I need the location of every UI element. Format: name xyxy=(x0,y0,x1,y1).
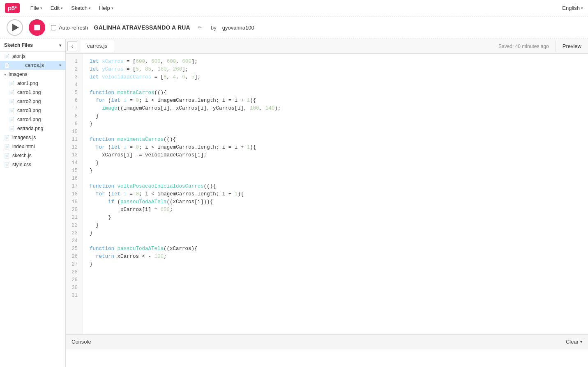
file-name: style.css xyxy=(12,162,31,167)
help-arrow-icon: ▾ xyxy=(111,6,113,10)
code-content[interactable]: let xCarros = [600, 600, 600, 600]; let … xyxy=(83,54,588,334)
folder-toggle-icon: ▾ xyxy=(4,72,6,77)
active-file-arrow-icon: ▾ xyxy=(59,63,61,67)
stop-icon xyxy=(34,25,40,30)
file-name: carro2.png xyxy=(17,99,41,104)
tab-carrosjs[interactable]: carros.js xyxy=(81,40,114,52)
console-chevron-icon: ▾ xyxy=(580,339,582,344)
play-icon xyxy=(12,24,19,31)
sidebar-item-carro4png[interactable]: 📄 carro4.png xyxy=(0,115,65,124)
nav-sketch[interactable]: Sketch ▾ xyxy=(67,3,95,13)
console-area: Console Clear ▾ xyxy=(66,334,588,367)
sidebar-header: Sketch Files ▾ xyxy=(0,39,65,52)
top-nav: p5* File ▾ Edit ▾ Sketch ▾ Help ▾ Englis… xyxy=(0,0,588,16)
sidebar-item-carro2png[interactable]: 📄 carro2.png xyxy=(0,97,65,106)
save-status: Saved: 40 minutes ago xyxy=(498,44,556,49)
main: Sketch Files ▾ 📄 ator.js 📄 carros.js ▾ ▾… xyxy=(0,39,588,367)
file-name: carro3.png xyxy=(17,108,41,113)
nav-file[interactable]: File ▾ xyxy=(26,3,46,13)
sidebar-folder-imagens[interactable]: ▾ imagens xyxy=(0,70,65,79)
active-file-name: carros.js xyxy=(25,62,44,68)
file-arrow-icon: ▾ xyxy=(40,6,42,10)
file-icon: 📄 xyxy=(4,54,10,59)
lang-arrow-icon: ▾ xyxy=(581,6,583,10)
sidebar-arrow-icon[interactable]: ▾ xyxy=(59,43,61,48)
sidebar-item-carro1png[interactable]: 📄 carro1.png xyxy=(0,88,65,97)
sidebar-item-carro3png[interactable]: 📄 carro3.png xyxy=(0,106,65,115)
sidebar-item-indexhtml[interactable]: 📄 index.html xyxy=(0,142,65,151)
sidebar-item-sketchjs[interactable]: 📄 sketch.js xyxy=(0,151,65,160)
sketch-title: GALINHA ATRAVESSANDO A RUA xyxy=(94,24,190,31)
editor-tabs: ‹ carros.js Saved: 40 minutes ago Previe… xyxy=(66,39,588,54)
folder-name: imagens xyxy=(9,71,27,77)
sketch-arrow-icon: ▾ xyxy=(89,6,91,10)
console-clear-button[interactable]: Clear ▾ xyxy=(566,339,582,345)
line-numbers: 1234567891011121314151617181920212223242… xyxy=(66,54,83,334)
file-icon: 📄 xyxy=(9,126,15,131)
toolbar: Auto-refresh GALINHA ATRAVESSANDO A RUA … xyxy=(0,16,588,39)
by-label: by xyxy=(211,25,217,31)
stop-button[interactable] xyxy=(29,19,45,36)
file-name: sketch.js xyxy=(12,153,32,158)
edit-title-icon[interactable]: ✏ xyxy=(198,25,202,30)
console-body xyxy=(66,349,588,366)
sidebar-item-ator1png[interactable]: 📄 ator1.png xyxy=(0,79,65,88)
edit-arrow-icon: ▾ xyxy=(61,6,63,10)
username: gyovanna100 xyxy=(222,25,254,31)
file-name: estrada.png xyxy=(17,126,43,131)
sidebar-item-atorjs[interactable]: 📄 ator.js xyxy=(0,52,65,61)
auto-refresh-checkbox[interactable] xyxy=(51,25,56,30)
file-icon: 📄 xyxy=(4,135,10,140)
file-icon: 📄 xyxy=(9,117,15,122)
file-name: carro4.png xyxy=(17,117,41,122)
file-name: imagens.js xyxy=(12,135,36,140)
p5-logo: p5* xyxy=(5,3,20,13)
file-icon: 📄 xyxy=(9,81,15,86)
language-selector[interactable]: English ▾ xyxy=(562,5,583,11)
auto-refresh-label: Auto-refresh xyxy=(51,25,88,31)
file-icon: 📄 xyxy=(4,63,10,68)
editor-area: ‹ carros.js Saved: 40 minutes ago Previe… xyxy=(66,39,588,367)
file-icon: 📄 xyxy=(9,108,15,113)
file-icon: 📄 xyxy=(4,162,10,167)
code-editor[interactable]: 1234567891011121314151617181920212223242… xyxy=(66,54,588,334)
console-header: Console Clear ▾ xyxy=(66,335,588,349)
file-icon: 📄 xyxy=(9,99,15,104)
nav-help[interactable]: Help ▾ xyxy=(95,3,118,13)
run-button[interactable] xyxy=(7,19,23,36)
nav-menu: File ▾ Edit ▾ Sketch ▾ Help ▾ xyxy=(26,3,118,13)
sidebar-item-stylecss[interactable]: 📄 style.css xyxy=(0,160,65,169)
sidebar-title: Sketch Files xyxy=(4,42,33,48)
file-icon: 📄 xyxy=(4,153,10,158)
file-name: carro1.png xyxy=(17,89,41,95)
file-name: ator.js xyxy=(12,53,25,59)
console-title: Console xyxy=(71,339,91,345)
file-name: ator1.png xyxy=(17,80,38,86)
sidebar: Sketch Files ▾ 📄 ator.js 📄 carros.js ▾ ▾… xyxy=(0,39,66,367)
file-name: index.html xyxy=(12,144,35,149)
file-icon: 📄 xyxy=(4,144,10,149)
sidebar-item-estradapng[interactable]: 📄 estrada.png xyxy=(0,124,65,133)
file-icon: 📄 xyxy=(9,90,15,95)
tab-back-button[interactable]: ‹ xyxy=(67,41,77,51)
preview-button[interactable]: Preview xyxy=(556,41,588,52)
sidebar-item-imagensjs[interactable]: 📄 imagens.js xyxy=(0,133,65,142)
sidebar-item-carrosjs[interactable]: 📄 carros.js ▾ xyxy=(0,61,65,70)
nav-edit[interactable]: Edit ▾ xyxy=(46,3,67,13)
